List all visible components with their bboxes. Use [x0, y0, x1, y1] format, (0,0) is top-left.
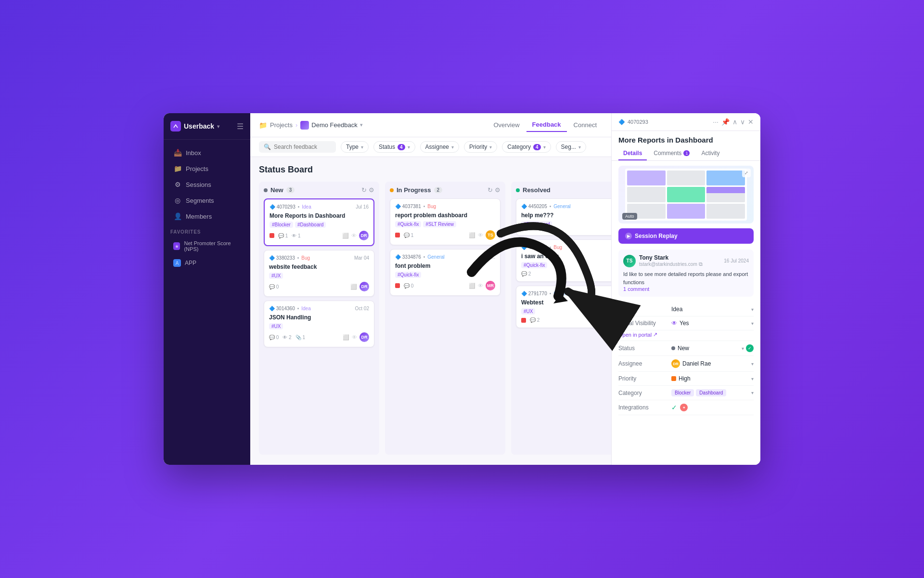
search-box[interactable]: 🔍 [259, 141, 336, 153]
card-icons: ⬜ DR [350, 282, 369, 291]
detail-prev-icon[interactable]: ∧ [732, 118, 737, 126]
card-eye-icon: 👁 [478, 283, 483, 289]
sidebar-header: Userback ▾ ☰ [164, 113, 250, 140]
filter-assignee[interactable]: Assignee ▾ [420, 141, 459, 153]
commenter-avatar: TS [623, 255, 636, 267]
card-footer: 💬 2 [521, 317, 611, 323]
tab-details[interactable]: Details [618, 147, 647, 160]
column-resolved: Resolved ↻ ⚙ 🔷 4450205 • General [511, 182, 611, 455]
detail-next-icon[interactable]: ∨ [740, 118, 745, 126]
segments-icon: ◎ [173, 197, 182, 204]
sidebar-item-members[interactable]: 👤 Members [167, 209, 247, 224]
portal-select[interactable]: 👁 Yes ▾ [671, 320, 754, 327]
type-select[interactable]: Idea ▾ [671, 306, 754, 313]
card-icons: ⬜ 👁 DR [342, 231, 369, 240]
card-eye-icon: 👁 [351, 233, 357, 238]
comment-link[interactable]: 1 comment [623, 286, 749, 292]
card-footer: 💬 0 ⬜ DR [269, 282, 369, 291]
sidebar-item-projects[interactable]: 📁 Projects [167, 161, 247, 176]
sidebar-item-sessions[interactable]: ⚙ Sessions [167, 177, 247, 192]
filter-status[interactable]: Status 4 ▾ [373, 141, 415, 153]
filter-segment[interactable]: Seg... ▾ [556, 141, 586, 153]
filter-priority[interactable]: Priority ▾ [464, 141, 497, 153]
col-settings-icon[interactable]: ⚙ [495, 186, 500, 194]
card-4070283[interactable]: 🔷 4070283 • Bug i saw an error #Quick-fi… [516, 239, 611, 282]
card-4037381[interactable]: 🔷 4037381 • Bug report problem dashboard… [390, 198, 500, 245]
prop-assignee: Assignee DR Daniel Rae ▾ [618, 356, 754, 372]
topbar-nav: Overview Feedback Connect [488, 118, 603, 132]
filter-type[interactable]: Type ▾ [341, 141, 369, 153]
copy-email-icon[interactable]: ⧉ [699, 261, 703, 267]
priority-select[interactable]: High ▾ [671, 375, 754, 382]
screenshot-inner [625, 169, 747, 221]
card-3334876[interactable]: 🔷 3334876 • General Feb... font problem … [390, 249, 500, 296]
card-4070293[interactable]: 🔷 4070293 • Idea Jul 16 More Reports in … [264, 198, 374, 246]
board-area: Status Board New 3 ↻ ⚙ [250, 157, 611, 465]
filter-category[interactable]: Category 4 ▾ [502, 141, 551, 153]
card-icons: ⬜ 👁 TS [469, 230, 495, 240]
app-dropdown-icon[interactable]: ▾ [217, 124, 219, 129]
jira-icon: ✦ [680, 404, 688, 411]
column-new: New 3 ↻ ⚙ 🔷 4070293 • [259, 182, 379, 455]
sidebar-item-segments[interactable]: ◎ Segments [167, 193, 247, 208]
col-refresh-icon[interactable]: ↻ [361, 186, 367, 194]
ss-block-1 [627, 171, 666, 185]
prop-category: Category Blocker Dashboard ▾ [618, 386, 754, 400]
card-tags: #UX [269, 273, 369, 279]
sidebar-menu-toggle[interactable]: ☰ [237, 122, 244, 131]
card-stats: 💬 1 👁 1 [270, 233, 301, 238]
card-avatar: DR [359, 282, 369, 291]
sidebar-nav: 📥 Inbox 📁 Projects ⚙ Sessions ◎ Segments… [164, 140, 250, 465]
detail-panel: 🔷 4070293 ··· 📌 ∧ ∨ ✕ More Reports in Da… [611, 113, 760, 465]
tab-overview[interactable]: Overview [488, 118, 525, 131]
category-chevron-icon: ▾ [543, 144, 546, 150]
card-meta: 🔷 3380233 • Bug [269, 255, 310, 261]
detail-more-icon[interactable]: ··· [713, 118, 719, 126]
ss-block-4 [627, 187, 666, 202]
sidebar-item-inbox[interactable]: 📥 Inbox [167, 145, 247, 160]
project-icon [300, 121, 309, 130]
search-input[interactable] [274, 144, 332, 150]
tab-feedback[interactable]: Feedback [526, 118, 567, 132]
expand-button[interactable]: ⤢ [742, 169, 751, 177]
card-tags: #UX [521, 308, 611, 315]
column-in-progress: In Progress 2 ↻ ⚙ 🔷 4037381 • [385, 182, 505, 455]
portal-link[interactable]: Open in portal ↗ [618, 331, 754, 338]
segment-chevron-icon: ▾ [578, 144, 581, 150]
card-meta: 🔷 3334876 • General [395, 254, 445, 260]
col-actions-progress: ↻ ⚙ [488, 186, 500, 194]
tab-activity[interactable]: Activity [696, 147, 724, 160]
col-refresh-icon[interactable]: ↻ [488, 186, 493, 194]
new-status-dot [264, 188, 268, 192]
status-select[interactable]: New ▾ ✓ [671, 344, 754, 352]
type-chevron-icon: ▾ [751, 307, 754, 312]
sidebar-fav-nps[interactable]: ★ Net Promoter Score (NPS) [167, 237, 247, 255]
category-select[interactable]: Blocker Dashboard ▾ [671, 389, 754, 396]
session-replay-button[interactable]: ▶ Session Replay [618, 228, 754, 244]
comment-section: TS Tony Stark tstark@starkindustries.com… [618, 250, 754, 297]
card-4450205[interactable]: 🔷 4450205 • General help me??? #Dashboar… [516, 198, 611, 236]
project-dropdown-icon[interactable]: ▾ [360, 122, 363, 128]
portal-chevron-icon: ▾ [751, 321, 754, 326]
col-settings-icon[interactable]: ⚙ [369, 186, 374, 194]
prop-priority: Priority High ▾ [618, 372, 754, 386]
column-header-progress: In Progress 2 ↻ ⚙ [390, 186, 500, 194]
card-meta: 🔷 3014360 • Idea [269, 306, 311, 311]
app-logo[interactable]: Userback ▾ [170, 121, 219, 131]
card-3014360[interactable]: 🔷 3014360 • Idea Oct 02 JSON Handling #U… [264, 301, 374, 347]
breadcrumb-current: Demo Feedback ▾ [300, 121, 362, 130]
favorites-label: Favorites [164, 224, 250, 236]
tab-comments[interactable]: Comments 1 [649, 147, 694, 160]
card-header: 🔷 4070293 • Idea Jul 16 [270, 204, 369, 210]
sidebar-fav-app[interactable]: A APP [167, 256, 247, 270]
card-3380233[interactable]: 🔷 3380233 • Bug Mar 04 website feedback … [264, 250, 374, 297]
tab-connect[interactable]: Connect [568, 118, 603, 131]
integration-icons: ✓ ✦ [671, 404, 688, 411]
board-title: Status Board [259, 165, 603, 175]
card-2791770[interactable]: 🔷 2791770 • General Webtest #UX [516, 286, 611, 328]
assignee-select[interactable]: DR Daniel Rae ▾ [671, 359, 754, 368]
detail-tabs: Details Comments 1 Activity [612, 147, 760, 161]
breadcrumb-projects[interactable]: Projects [270, 121, 293, 129]
detail-pin-icon[interactable]: 📌 [721, 118, 730, 126]
detail-close-icon[interactable]: ✕ [748, 118, 754, 126]
